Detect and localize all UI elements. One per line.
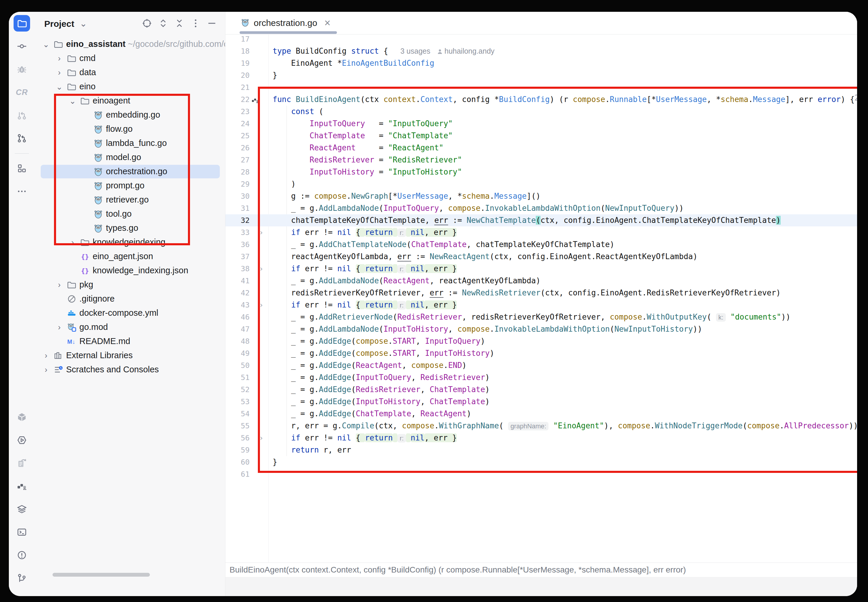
hide-panel-icon[interactable] bbox=[207, 18, 217, 28]
code-vision-usages[interactable]: 3 usages bbox=[400, 47, 430, 55]
tree-item-label: Scratches and Consoles bbox=[66, 365, 159, 375]
activity-bar: CR bbox=[9, 12, 35, 596]
pull-requests-icon[interactable] bbox=[9, 105, 35, 126]
debug-icon[interactable] bbox=[9, 59, 35, 80]
line-number: 48 bbox=[225, 335, 249, 347]
line-number: 43 bbox=[225, 299, 249, 311]
tree-item-data[interactable]: ›data bbox=[35, 66, 225, 80]
json-icon: {} bbox=[80, 266, 90, 275]
folder-icon bbox=[67, 280, 76, 290]
tree-item-label: cmd bbox=[79, 53, 95, 63]
docker-icon bbox=[67, 309, 76, 318]
line-number: 49 bbox=[225, 347, 249, 359]
tree-item-eino-assistant[interactable]: ⌄eino_assistant ~/gocode/src/github.com/… bbox=[35, 37, 225, 51]
line-number: 53 bbox=[225, 396, 249, 408]
line-number: 30 bbox=[225, 190, 249, 202]
project-tool-window-title[interactable]: Project bbox=[44, 19, 74, 29]
token: BuildConfig bbox=[291, 46, 351, 55]
close-icon[interactable]: × bbox=[324, 17, 331, 29]
tree-item--gitignore[interactable]: .gitignore bbox=[35, 292, 225, 306]
chevron-down-icon[interactable]: ⌄ bbox=[80, 18, 87, 29]
chevron-right-icon[interactable]: › bbox=[55, 54, 63, 63]
token: } bbox=[272, 71, 277, 80]
line-number: 50 bbox=[225, 359, 249, 372]
line-number: 55 bbox=[225, 420, 249, 432]
project-folder-icon[interactable] bbox=[9, 13, 35, 34]
structure-icon[interactable] bbox=[9, 158, 35, 179]
folder-icon bbox=[67, 54, 76, 63]
tree-item-label: pkg bbox=[79, 280, 93, 290]
tree-item-knowledge-indexing-json[interactable]: {}knowledge_indexing.json bbox=[35, 264, 225, 278]
expand-all-icon[interactable] bbox=[158, 18, 168, 28]
line-number: 41 bbox=[225, 275, 249, 287]
line-number: 54 bbox=[225, 408, 249, 420]
locate-target-icon[interactable] bbox=[142, 18, 152, 28]
tab-orchestration-go[interactable]: orchestration.go × bbox=[239, 12, 333, 34]
function-signature-hint: BuildEinoAgent(ctx context.Context, conf… bbox=[225, 562, 857, 577]
chevron-down-icon[interactable]: ⌄ bbox=[42, 40, 50, 49]
tree-item-eino-agent-json[interactable]: {}eino_agent.json bbox=[35, 249, 225, 264]
code-review-icon[interactable]: CR bbox=[9, 82, 35, 103]
line-number: 26 bbox=[225, 142, 249, 154]
code-line-18[interactable]: 18type BuildConfig struct { 3 usageshuha… bbox=[225, 45, 857, 57]
line-number: 51 bbox=[225, 372, 249, 384]
code-line-19[interactable]: 19 EinoAgent *EinoAgentBuildConfig bbox=[225, 57, 857, 69]
line-number: 42 bbox=[225, 287, 249, 299]
line-number: 23 bbox=[225, 106, 249, 118]
services-icon[interactable] bbox=[9, 499, 35, 519]
tree-item-go-mod[interactable]: ›go.mod bbox=[35, 320, 225, 334]
more-icon[interactable] bbox=[9, 181, 35, 202]
line-number: 37 bbox=[225, 250, 249, 263]
profiler-icon[interactable] bbox=[9, 476, 35, 496]
line-number: 17 bbox=[225, 33, 249, 45]
ignore-icon bbox=[67, 294, 76, 304]
line-number: 18 bbox=[225, 45, 249, 57]
chevron-right-icon[interactable]: › bbox=[42, 365, 50, 375]
collapse-all-icon[interactable] bbox=[174, 18, 185, 28]
tree-item-scratches-and-consoles[interactable]: ›Scratches and Consoles bbox=[35, 362, 225, 377]
documentation-icon[interactable] bbox=[9, 453, 35, 473]
active-tab-indicator bbox=[240, 31, 337, 34]
annotation-box-buildeinoagent-function bbox=[258, 87, 857, 473]
tree-item-pkg[interactable]: ›pkg bbox=[35, 278, 225, 292]
tree-item-eino[interactable]: ⌄eino bbox=[35, 80, 225, 94]
tree-item-label: data bbox=[79, 68, 96, 77]
folder-icon bbox=[67, 68, 76, 77]
chevron-right-icon[interactable]: › bbox=[55, 323, 63, 332]
chevron-down-icon[interactable]: ⌄ bbox=[55, 82, 63, 92]
lib-icon bbox=[54, 351, 63, 360]
tree-item-external-libraries[interactable]: ›External Libraries bbox=[35, 349, 225, 362]
tree-item-label: eino_assistant ~/gocode/src/github.com/c… bbox=[66, 39, 225, 49]
line-number: 47 bbox=[225, 323, 249, 335]
screenshot-background: CR Project ⌄ ⌄eino_assistant ~/gocode/sr… bbox=[0, 0, 868, 602]
code-vision-author[interactable]: huhailong.andy bbox=[444, 47, 494, 55]
folder-icon bbox=[67, 82, 76, 91]
svg-text:{}: {} bbox=[81, 253, 89, 260]
tree-item-readme-md[interactable]: M↓README.md bbox=[35, 334, 225, 349]
project-panel-header: Project ⌄ bbox=[35, 12, 225, 35]
code-line-20[interactable]: 20} bbox=[225, 69, 857, 81]
line-number: 38 bbox=[225, 263, 249, 275]
token: EinoAgentBuildConfig bbox=[342, 59, 434, 68]
code-line-17[interactable]: 17 bbox=[225, 33, 857, 45]
annotation-box-einoagent-folder bbox=[54, 94, 190, 245]
chevron-right-icon[interactable]: › bbox=[55, 280, 63, 290]
commit-icon[interactable] bbox=[9, 36, 35, 57]
chevron-right-icon[interactable]: › bbox=[55, 68, 63, 77]
run-configurations-icon[interactable] bbox=[9, 430, 35, 450]
terminal-icon[interactable] bbox=[9, 522, 35, 542]
chevron-right-icon[interactable]: › bbox=[42, 351, 50, 360]
tree-item-docker-compose-yml[interactable]: docker-compose.yml bbox=[35, 306, 225, 320]
tree-item-label: knowledge_indexing.json bbox=[92, 266, 188, 275]
vcs-graph-icon[interactable] bbox=[9, 128, 35, 149]
git-branch-icon[interactable] bbox=[9, 568, 35, 588]
package-cube-icon[interactable] bbox=[9, 407, 35, 427]
tree-item-cmd[interactable]: ›cmd bbox=[35, 51, 225, 66]
token: EinoAgent * bbox=[272, 59, 342, 68]
problems-icon[interactable] bbox=[9, 545, 35, 565]
folder-icon bbox=[54, 40, 63, 49]
svg-text:M↓: M↓ bbox=[67, 338, 75, 345]
line-number: 31 bbox=[225, 202, 249, 214]
horizontal-scrollbar[interactable] bbox=[52, 573, 150, 577]
more-options-icon[interactable] bbox=[191, 18, 201, 28]
